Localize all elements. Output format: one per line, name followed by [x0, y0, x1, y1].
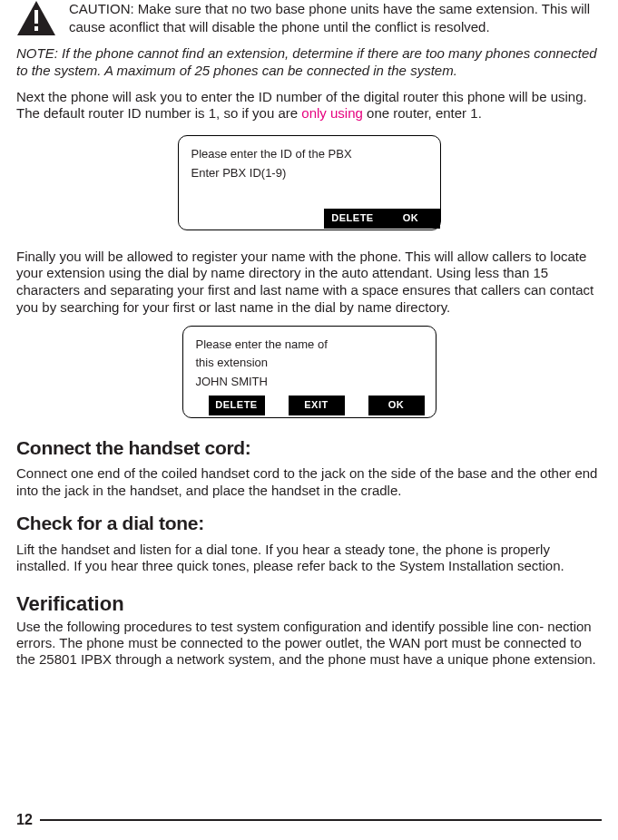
warning-icon [16, 0, 56, 36]
screen2-line3: JOHN SMITH [196, 373, 423, 392]
ok-button[interactable]: OK [368, 396, 425, 415]
screen1-line2: Enter PBX ID(1-9) [191, 164, 427, 183]
caution-block: CAUTION: Make sure that no two base phon… [16, 0, 602, 36]
exit-button[interactable]: EXIT [289, 396, 345, 415]
note-text: NOTE: If the phone cannot find an extens… [16, 45, 602, 80]
page-number: 12 [16, 811, 33, 829]
page-footer: 12 [16, 811, 602, 829]
heading-dial-tone: Check for a dial tone: [16, 512, 602, 535]
svg-rect-1 [34, 10, 38, 24]
screen1-buttons: DELETE OK [179, 209, 440, 230]
paragraph-router-id: Next the phone will ask you to enter the… [16, 89, 602, 123]
svg-rect-2 [34, 26, 38, 31]
text-verification: Use the following procedures to test sys… [16, 619, 602, 668]
paragraph-register-name: Finally you will be allowed to register … [16, 249, 602, 317]
delete-button[interactable]: DELETE [324, 209, 382, 229]
screen2-line2: this extension [196, 354, 423, 373]
para1-post: one router, enter 1. [363, 105, 482, 121]
screen-name-content: Please enter the name of this extension … [196, 336, 423, 392]
delete-button[interactable]: DELETE [209, 396, 265, 415]
heading-connect-cord: Connect the handset cord: [16, 436, 602, 460]
screen-pbx-id: Please enter the ID of the PBX Enter PBX… [178, 135, 441, 230]
screen-enter-name: Please enter the name of this extension … [182, 326, 437, 418]
text-dial-tone: Lift the handset and listen for a dial t… [16, 542, 602, 576]
caution-text: CAUTION: Make sure that no two base phon… [69, 0, 602, 35]
screen2-buttons: DELETE EXIT OK [183, 396, 436, 417]
heading-verification: Verification [16, 591, 602, 617]
text-connect-cord: Connect one end of the coiled handset co… [16, 465, 602, 500]
para1-highlight: only using [301, 105, 363, 121]
footer-rule [40, 819, 602, 821]
ok-button[interactable]: OK [382, 209, 440, 229]
screen-pbx-content: Please enter the ID of the PBX Enter PBX… [191, 145, 427, 209]
screen1-line1: Please enter the ID of the PBX [191, 145, 427, 164]
screen2-line1: Please enter the name of [196, 336, 423, 355]
